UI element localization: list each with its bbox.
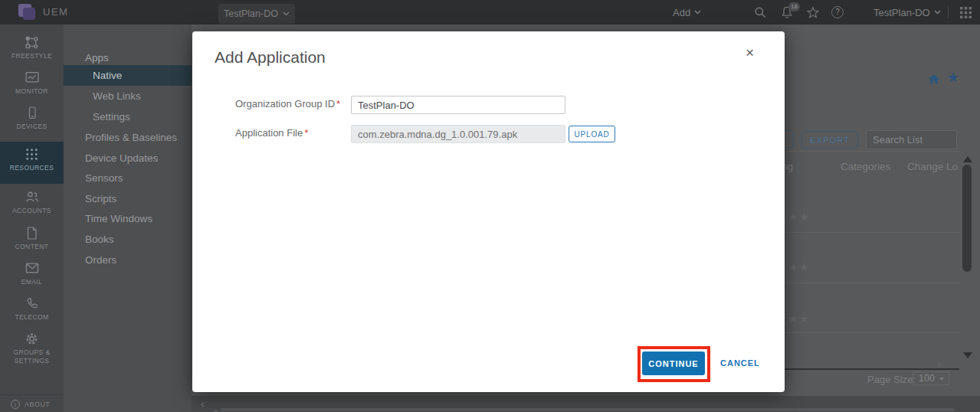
chevron-down-icon bbox=[283, 11, 290, 16]
top-bar: UEM TestPlan-DO Add 18 bbox=[0, 0, 980, 25]
settings-gear-icon bbox=[25, 332, 38, 345]
freestyle-icon bbox=[25, 35, 38, 49]
org-group-label: Organization Group ID* bbox=[235, 98, 340, 110]
scroll-down-icon[interactable] bbox=[963, 352, 972, 358]
monitor-icon bbox=[25, 70, 39, 84]
scroll-up-icon[interactable] bbox=[963, 156, 972, 162]
brand-label: UEM bbox=[43, 0, 68, 25]
add-menu-label: Add bbox=[673, 7, 690, 18]
grid-icon bbox=[959, 6, 972, 19]
sidebar-item-groups-settings[interactable]: GROUPS & SETTINGS bbox=[0, 332, 64, 370]
uem-logo-icon-front bbox=[23, 8, 35, 20]
add-application-modal: Add Application × Organization Group ID*… bbox=[192, 31, 785, 392]
collapse-sidebar-icon[interactable]: ‹ bbox=[201, 397, 205, 410]
subnav-item-scripts[interactable]: Scripts bbox=[64, 188, 192, 209]
search-button[interactable] bbox=[754, 0, 766, 25]
subnav-item-web-links[interactable]: Web Links bbox=[64, 86, 192, 106]
export-button[interactable]: EXPORT bbox=[801, 131, 858, 149]
column-header-categories[interactable]: Categories bbox=[841, 161, 890, 172]
subnav-item-settings[interactable]: Settings bbox=[64, 106, 192, 127]
organization-group-selector[interactable]: TestPlan-DO bbox=[218, 4, 295, 24]
sidebar-item-label: MONITOR bbox=[15, 87, 48, 96]
app-frame: UEM TestPlan-DO Add 18 bbox=[0, 0, 980, 412]
sidebar-item-resources[interactable]: RESOURCES bbox=[0, 142, 64, 184]
app-file-input bbox=[351, 125, 565, 143]
about-label: ABOUT bbox=[25, 401, 51, 408]
content-icon bbox=[26, 226, 38, 240]
favorite-page-star-icon[interactable]: ★ bbox=[947, 69, 959, 86]
org-group-label-text: Organization Group ID bbox=[235, 98, 335, 110]
page-size-value: 100 bbox=[919, 373, 935, 384]
sidebar-item-freestyle[interactable]: FREESTYLE bbox=[0, 35, 64, 66]
sidebar-item-label: DEVICES bbox=[16, 123, 47, 131]
home-icon[interactable] bbox=[928, 74, 940, 85]
account-selector-label: TestPlan-DO bbox=[873, 7, 930, 18]
org-group-input[interactable] bbox=[351, 96, 565, 114]
email-icon bbox=[25, 261, 39, 275]
main-sidebar: FREESTYLE MONITOR DEVICES bbox=[0, 25, 64, 412]
subnav-item-sensors[interactable]: Sensors bbox=[64, 168, 192, 188]
search-list-input[interactable] bbox=[866, 130, 957, 149]
chevron-down-icon bbox=[934, 10, 941, 15]
subnav-item-profiles-baselines[interactable]: Profiles & Baselines bbox=[64, 127, 192, 148]
page-size-label: Page Size: bbox=[867, 374, 916, 385]
vertical-scrollbar-thumb[interactable] bbox=[962, 165, 972, 272]
help-button[interactable]: ? bbox=[831, 0, 844, 25]
add-menu[interactable]: Add bbox=[673, 0, 701, 25]
cancel-button[interactable]: CANCEL bbox=[720, 358, 760, 368]
sidebar-item-label: FREESTYLE bbox=[11, 52, 52, 60]
annotation-highlight-box bbox=[637, 346, 710, 382]
scroll-left-icon[interactable]: ◀ bbox=[213, 408, 217, 412]
column-header-change-log[interactable]: Change Log bbox=[907, 161, 958, 172]
sidebar-item-label: GROUPS & SETTINGS bbox=[10, 348, 54, 365]
horizontal-scrollbar[interactable] bbox=[221, 408, 955, 411]
telecom-icon bbox=[26, 296, 38, 310]
organization-group-selector-label: TestPlan-DO bbox=[224, 8, 278, 19]
modal-title: Add Application bbox=[215, 48, 326, 67]
upload-button[interactable]: UPLOAD bbox=[569, 126, 615, 142]
star-outline-icon bbox=[806, 6, 820, 19]
search-icon bbox=[754, 6, 766, 18]
subnav-item-time-windows[interactable]: Time Windows bbox=[64, 208, 192, 229]
sidebar-item-telecom[interactable]: TELECOM bbox=[0, 296, 64, 327]
secondary-nav: Apps Native Web Links Settings Profiles … bbox=[64, 25, 192, 412]
resources-icon bbox=[25, 147, 38, 161]
close-icon[interactable]: × bbox=[746, 45, 754, 60]
sidebar-item-label: RESOURCES bbox=[10, 164, 54, 172]
sidebar-item-about[interactable]: i ABOUT bbox=[11, 400, 51, 409]
required-asterisk: * bbox=[304, 127, 308, 139]
sidebar-item-email[interactable]: EMAIL bbox=[0, 261, 64, 292]
required-asterisk: * bbox=[336, 98, 340, 110]
next-page-icon[interactable]: ▶ bbox=[938, 360, 944, 368]
sidebar-item-monitor[interactable]: MONITOR bbox=[0, 70, 64, 101]
help-icon: ? bbox=[831, 6, 844, 18]
account-selector[interactable]: TestPlan-DO bbox=[873, 0, 941, 25]
page-size-select[interactable]: 100 bbox=[913, 371, 949, 385]
chevron-down-icon bbox=[939, 378, 944, 381]
sidebar-item-content[interactable]: CONTENT bbox=[0, 226, 64, 257]
app-file-label-text: Application File bbox=[235, 127, 303, 139]
accounts-icon bbox=[25, 190, 39, 204]
sidebar-item-devices[interactable]: DEVICES bbox=[0, 106, 64, 136]
sidebar-item-label: EMAIL bbox=[21, 278, 43, 286]
chevron-down-icon bbox=[694, 10, 701, 15]
app-grid-button[interactable] bbox=[959, 0, 972, 25]
notification-count-badge: 18 bbox=[788, 2, 800, 11]
sidebar-divider bbox=[0, 394, 64, 395]
sidebar-item-label: TELECOM bbox=[15, 313, 49, 322]
favorites-button[interactable] bbox=[806, 0, 820, 25]
subnav-item-native[interactable]: Native bbox=[64, 65, 192, 86]
app-file-label: Application File* bbox=[235, 127, 308, 139]
subnav-item-device-updates[interactable]: Device Updates bbox=[64, 148, 192, 168]
devices-icon bbox=[26, 106, 38, 119]
subnav-item-books[interactable]: Books bbox=[64, 229, 192, 250]
sidebar-item-label: ACCOUNTS bbox=[12, 207, 51, 215]
sidebar-item-label: CONTENT bbox=[15, 243, 49, 251]
sidebar-item-accounts[interactable]: ACCOUNTS bbox=[0, 190, 64, 221]
info-icon: i bbox=[11, 400, 20, 409]
topbar-divider bbox=[948, 6, 949, 18]
subnav-item-orders[interactable]: Orders bbox=[64, 250, 192, 270]
